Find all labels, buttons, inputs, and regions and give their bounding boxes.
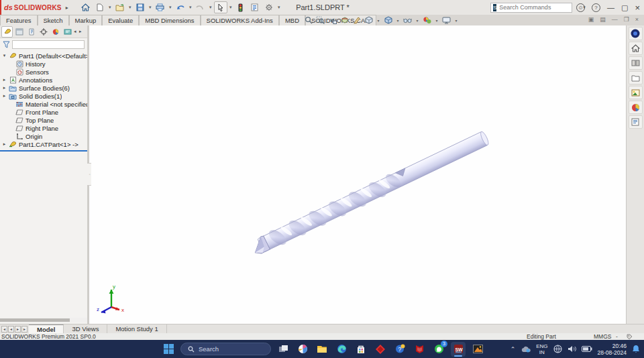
- tab-mbd-dimensions[interactable]: MBD Dimensions: [139, 15, 200, 25]
- rollback-bar[interactable]: [0, 150, 87, 152]
- redo-button[interactable]: [194, 1, 207, 13]
- new-file-dropdown[interactable]: ▾: [107, 5, 113, 10]
- edge-button[interactable]: [334, 342, 349, 357]
- configurationmanager-tab[interactable]: [25, 26, 37, 38]
- tree-item-surface-bodies[interactable]: ▸ Surface Bodies(6): [0, 84, 87, 92]
- cam-tree-tab[interactable]: [62, 26, 73, 38]
- help-icon[interactable]: ?: [592, 3, 600, 12]
- print-dropdown[interactable]: ▾: [168, 5, 173, 10]
- doc-restore-button[interactable]: ❐: [624, 17, 629, 23]
- tree-item-history[interactable]: History: [0, 60, 87, 68]
- tray-chevron-icon[interactable]: ⌃: [511, 346, 516, 353]
- doc-close-button[interactable]: ×: [635, 17, 639, 23]
- status-tag-icon[interactable]: [627, 334, 633, 340]
- save-dropdown[interactable]: ▾: [148, 5, 153, 10]
- units-dropdown[interactable]: -: [616, 333, 618, 340]
- appearances-scenes-button[interactable]: [629, 101, 643, 114]
- language-indicator[interactable]: ENG IN: [536, 343, 547, 355]
- save-button[interactable]: [133, 1, 147, 13]
- drill-bit-model[interactable]: [91, 25, 626, 324]
- zoom-to-fit-button[interactable]: [303, 15, 313, 25]
- hide-show-items-button[interactable]: [402, 15, 413, 25]
- view-settings-dropdown[interactable]: ▾: [453, 18, 459, 23]
- search-commands-input[interactable]: [499, 4, 578, 11]
- splitpane-first-button[interactable]: ◂: [1, 326, 7, 333]
- file-explorer-button[interactable]: [315, 342, 329, 357]
- view-orientation-button[interactable]: [364, 15, 374, 25]
- tab-model[interactable]: Model: [29, 324, 64, 333]
- volume-icon[interactable]: [568, 345, 576, 353]
- design-library-button[interactable]: [629, 56, 643, 70]
- select-tool-dropdown[interactable]: ▾: [228, 5, 233, 10]
- tab-mbd[interactable]: MBD: [279, 15, 305, 25]
- options-button[interactable]: [262, 1, 276, 13]
- file-properties-button[interactable]: [248, 1, 262, 13]
- tab-solidworks-add-ins[interactable]: SOLIDWORKS Add-Ins: [201, 15, 279, 25]
- minimize-button[interactable]: —: [607, 3, 614, 11]
- scrollbar-thumb[interactable]: [0, 318, 70, 322]
- tree-item-annotations[interactable]: ▸ Annotations: [0, 76, 87, 84]
- network-icon[interactable]: [553, 345, 562, 353]
- view-settings-button[interactable]: [441, 15, 451, 25]
- dynamic-annotation-button[interactable]: [352, 15, 362, 25]
- options-dropdown[interactable]: ▾: [276, 5, 282, 10]
- start-button[interactable]: [161, 342, 176, 357]
- custom-properties-button[interactable]: [629, 115, 643, 129]
- view-palette-button[interactable]: [629, 86, 643, 99]
- edit-appearance-button[interactable]: [422, 15, 432, 25]
- get-help-button[interactable]: ?: [392, 342, 407, 357]
- propertymanager-tab[interactable]: [13, 26, 25, 38]
- panel-tab-scroll-left[interactable]: ◂: [74, 29, 78, 34]
- file-explorer-button[interactable]: [629, 71, 643, 84]
- dimxpertmanager-tab[interactable]: [38, 26, 49, 38]
- mcafee-button[interactable]: [412, 342, 427, 357]
- doc-minimize-button[interactable]: —: [612, 17, 618, 23]
- solidworks-logo[interactable]: ds SOLIDWORKS ▸: [1, 3, 72, 11]
- doc-expand-button[interactable]: ▤: [600, 17, 606, 23]
- task-view-button[interactable]: [276, 342, 290, 357]
- undo-button[interactable]: [174, 1, 187, 13]
- new-file-button[interactable]: [93, 1, 107, 13]
- search-commands-box[interactable]: S ▾: [490, 3, 572, 13]
- taskbar-search-box[interactable]: Search: [180, 343, 271, 355]
- tree-item-right-plane[interactable]: Right Plane: [0, 124, 87, 132]
- filter-funnel-icon[interactable]: [3, 41, 10, 48]
- login-account-icon[interactable]: ☺: [576, 3, 585, 12]
- notification-bell-icon[interactable]: [632, 345, 640, 353]
- battery-icon[interactable]: [582, 346, 592, 352]
- tree-item-solid-bodies[interactable]: ▸ Solid Bodies(1): [0, 92, 87, 100]
- whatsapp-button[interactable]: 3: [431, 342, 446, 357]
- hide-show-dropdown[interactable]: ▾: [415, 18, 420, 23]
- display-style-dropdown[interactable]: ▾: [395, 18, 400, 23]
- splitpane-next-button[interactable]: ▸: [15, 326, 21, 333]
- featuremanager-tree-tab[interactable]: [1, 26, 13, 38]
- panel-tab-scroll-right[interactable]: ▸: [79, 29, 84, 34]
- tree-item-front-plane[interactable]: Front Plane: [0, 108, 87, 116]
- tab-markup[interactable]: Markup: [69, 15, 103, 25]
- tab-features[interactable]: Features: [0, 15, 38, 25]
- threedexperience-button[interactable]: [629, 27, 643, 40]
- microsoft-store-button[interactable]: [354, 342, 368, 357]
- tree-item-sensors[interactable]: Sensors: [0, 68, 87, 76]
- redo-dropdown[interactable]: ▾: [208, 5, 213, 10]
- quick-access-button[interactable]: [373, 342, 388, 357]
- photos-button[interactable]: [470, 342, 485, 357]
- tree-root-part[interactable]: ▾ Part1 (Default<<Default>_Display S: [0, 52, 87, 60]
- taskpane-home-button[interactable]: [629, 42, 643, 55]
- zoom-to-area-button[interactable]: [315, 15, 325, 25]
- display-style-button[interactable]: [383, 15, 393, 25]
- clock[interactable]: 20:46 28-08-2024: [598, 343, 627, 356]
- onedrive-icon[interactable]: [521, 346, 531, 353]
- tab-sketch[interactable]: Sketch: [38, 15, 69, 25]
- section-view-button[interactable]: [339, 15, 350, 25]
- graphics-area[interactable]: y x z: [91, 25, 626, 324]
- tree-filter-input[interactable]: [12, 40, 85, 49]
- tab-motion-study-1[interactable]: Motion Study 1: [107, 324, 166, 333]
- copilot-button[interactable]: [295, 342, 310, 357]
- close-button[interactable]: ×: [635, 3, 640, 13]
- print-button[interactable]: [154, 1, 167, 13]
- splitpane-last-button[interactable]: ▸: [21, 326, 28, 333]
- tree-item-material[interactable]: Material <not specified>: [0, 100, 87, 108]
- splitpane-prev-button[interactable]: ◂: [8, 326, 14, 333]
- solidworks-taskbar-button[interactable]: SW: [451, 342, 466, 357]
